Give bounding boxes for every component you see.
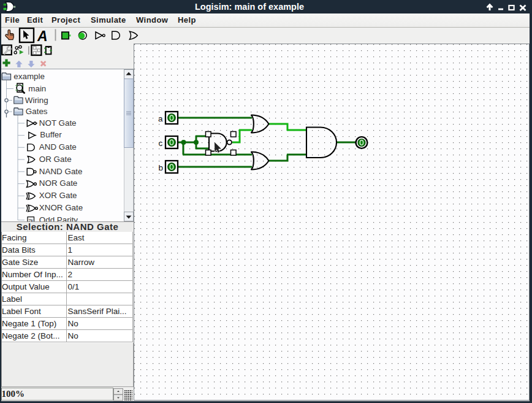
svg-text:XOR Gate: XOR Gate [39, 191, 77, 200]
svg-text:AND Gate: AND Gate [39, 142, 77, 152]
svg-text:Odd Parity: Odd Parity [39, 215, 78, 221]
svg-text:example: example [13, 72, 45, 81]
svg-text:b: b [159, 163, 164, 172]
svg-text:NOT Gate: NOT Gate [39, 118, 77, 128]
svg-text:A: A [37, 28, 48, 44]
svg-text:Buffer: Buffer [40, 130, 62, 139]
svg-text:NOR Gate: NOR Gate [39, 178, 78, 188]
svg-text:OR Gate: OR Gate [39, 155, 72, 164]
svg-text:Wiring: Wiring [25, 96, 48, 105]
svg-text:main: main [28, 84, 46, 93]
svg-text:NAND Gate: NAND Gate [39, 167, 83, 176]
svg-text:Gates: Gates [26, 107, 48, 116]
svg-text:XNOR Gate: XNOR Gate [39, 203, 83, 212]
svg-text:a: a [158, 114, 163, 123]
svg-text:c: c [159, 139, 163, 148]
